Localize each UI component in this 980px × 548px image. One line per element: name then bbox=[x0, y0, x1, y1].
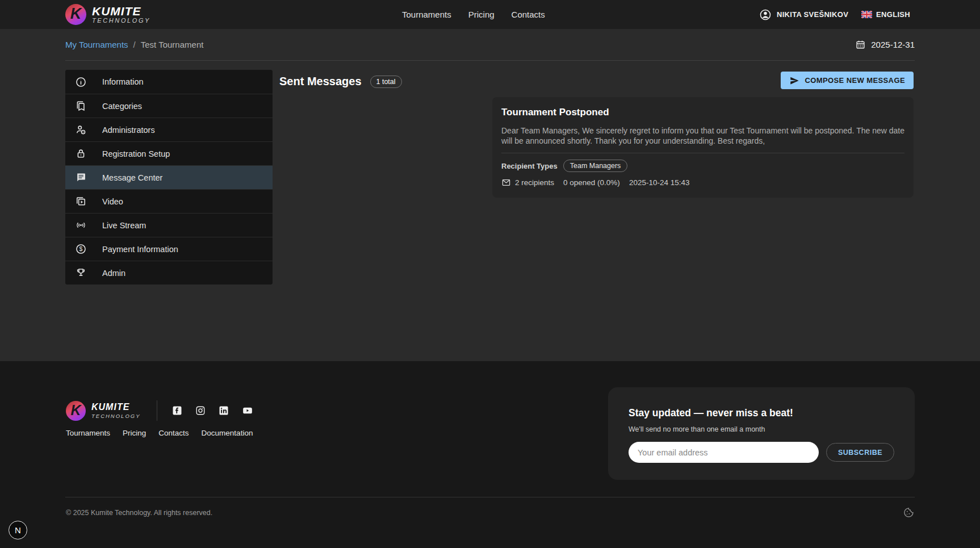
info-icon bbox=[75, 76, 87, 88]
footer-link-contacts[interactable]: Contacts bbox=[158, 429, 189, 437]
page-title: Sent Messages bbox=[279, 75, 362, 88]
trophy-icon bbox=[75, 267, 87, 279]
breadcrumb: My Tournaments / Test Tournament bbox=[65, 40, 203, 49]
sidebar-item-label: Information bbox=[102, 77, 144, 86]
instagram-icon[interactable] bbox=[195, 405, 206, 416]
kumite-logo-icon: K bbox=[66, 401, 86, 421]
user-name[interactable]: NIKITA SVEŠNIKOV bbox=[777, 10, 848, 19]
sidebar-item-label: Live Stream bbox=[102, 221, 146, 230]
main-section: Information Categories Administrators bbox=[65, 61, 915, 361]
total-messages-badge: 1 total bbox=[370, 76, 402, 88]
payment-icon: $ bbox=[75, 243, 87, 255]
footer-link-documentation[interactable]: Documentation bbox=[202, 429, 253, 437]
uk-flag-icon bbox=[861, 11, 872, 18]
top-navigation-bar: K KUMITE TECHNOLOGY Tournaments Pricing … bbox=[0, 0, 980, 29]
brand-logo[interactable]: K KUMITE TECHNOLOGY bbox=[65, 4, 150, 25]
opened-count: 0 opened (0.0%) bbox=[563, 178, 620, 187]
breadcrumb-separator: / bbox=[133, 40, 136, 49]
account-circle-icon[interactable] bbox=[759, 9, 772, 21]
breadcrumb-current: Test Tournament bbox=[141, 40, 204, 49]
newsletter-email-input[interactable] bbox=[629, 442, 819, 463]
main-nav: Tournaments Pricing Contacts bbox=[402, 0, 545, 29]
sent-timestamp: 2025-10-24 15:43 bbox=[629, 178, 690, 187]
newsletter-title: Stay updated — never miss a beat! bbox=[629, 407, 894, 419]
newsletter-subtitle: We'll send no more than one email a mont… bbox=[629, 425, 894, 433]
footer-divider bbox=[65, 497, 915, 497]
sidebar-item-payment-information[interactable]: $ Payment Information bbox=[65, 237, 273, 261]
sidebar-item-label: Categories bbox=[102, 102, 142, 111]
video-library-icon bbox=[75, 195, 87, 207]
sidebar-item-live-stream[interactable]: Live Stream bbox=[65, 213, 273, 237]
breadcrumb-row: My Tournaments / Test Tournament 2025-12… bbox=[0, 29, 980, 61]
footer-link-tournaments[interactable]: Tournaments bbox=[66, 429, 110, 437]
sidebar-item-label: Payment Information bbox=[102, 245, 178, 254]
sidebar-item-label: Video bbox=[102, 197, 123, 206]
sent-message-card[interactable]: Tournament Postponed Dear Team Managers,… bbox=[492, 97, 914, 198]
sidebar-item-message-center[interactable]: Message Center bbox=[65, 165, 273, 189]
copyright-text: © 2025 Kumite Technology. All rights res… bbox=[66, 509, 212, 517]
sidebar-item-administrators[interactable]: Administrators bbox=[65, 118, 273, 141]
categories-icon bbox=[75, 100, 87, 112]
linkedin-icon[interactable] bbox=[219, 405, 229, 416]
recipients-count: 2 recipients bbox=[501, 178, 554, 187]
svg-text:$: $ bbox=[79, 245, 83, 252]
tournament-date: 2025-12-31 bbox=[855, 39, 915, 50]
calendar-icon bbox=[855, 39, 866, 50]
send-icon bbox=[789, 76, 799, 86]
tournament-sidebar: Information Categories Administrators bbox=[65, 70, 273, 285]
kumite-logo-icon: K bbox=[65, 4, 86, 25]
floating-user-avatar[interactable]: N bbox=[9, 521, 27, 539]
breadcrumb-my-tournaments[interactable]: My Tournaments bbox=[65, 40, 128, 49]
language-selector[interactable]: ENGLISH bbox=[861, 10, 910, 19]
sidebar-item-label: Registration Setup bbox=[102, 149, 170, 158]
message-center-panel: Sent Messages 1 total COMPOSE NEW MESSAG… bbox=[279, 61, 915, 90]
sidebar-item-label: Message Center bbox=[102, 173, 162, 182]
message-title: Tournament Postponed bbox=[501, 107, 904, 118]
recipient-types-label: Recipient Types bbox=[501, 162, 558, 170]
sidebar-item-video[interactable]: Video bbox=[65, 189, 273, 213]
facebook-icon[interactable] bbox=[172, 405, 182, 416]
language-label: ENGLISH bbox=[876, 10, 910, 19]
sidebar-item-label: Admin bbox=[102, 269, 125, 278]
nav-pricing[interactable]: Pricing bbox=[468, 10, 495, 19]
newsletter-card: Stay updated — never miss a beat! We'll … bbox=[608, 387, 915, 480]
cookie-settings-icon[interactable] bbox=[903, 507, 915, 518]
sidebar-item-label: Administrators bbox=[102, 126, 155, 135]
card-divider bbox=[501, 153, 904, 153]
live-stream-icon bbox=[75, 219, 87, 231]
footer-link-pricing[interactable]: Pricing bbox=[123, 429, 146, 437]
brand-name: KUMITE bbox=[92, 6, 150, 17]
compose-new-message-button[interactable]: COMPOSE NEW MESSAGE bbox=[781, 72, 914, 89]
subscribe-button[interactable]: SUBSCRIBE bbox=[826, 443, 894, 462]
lock-icon bbox=[75, 148, 87, 160]
date-value: 2025-12-31 bbox=[871, 40, 915, 49]
sidebar-item-categories[interactable]: Categories bbox=[65, 94, 273, 118]
footer-nav: Tournaments Pricing Contacts Documentati… bbox=[66, 429, 253, 437]
nav-contacts[interactable]: Contacts bbox=[512, 10, 545, 19]
footer-brand-logo[interactable]: K KUMITE TECHNOLOGY bbox=[66, 401, 141, 421]
sidebar-item-admin[interactable]: Admin bbox=[65, 261, 273, 285]
envelope-icon bbox=[501, 178, 511, 187]
sidebar-item-registration-setup[interactable]: Registration Setup bbox=[65, 141, 273, 165]
youtube-icon[interactable] bbox=[242, 405, 252, 416]
recipient-chip-team-managers: Team Managers bbox=[563, 160, 628, 172]
brand-subtitle: TECHNOLOGY bbox=[92, 17, 150, 24]
footer-vertical-divider bbox=[157, 400, 157, 421]
message-body: Dear Team Managers, We sincerely regret … bbox=[501, 126, 904, 146]
administrators-icon bbox=[75, 124, 87, 136]
user-area: NIKITA SVEŠNIKOV ENGLISH bbox=[759, 0, 910, 29]
nav-tournaments[interactable]: Tournaments bbox=[402, 10, 451, 19]
footer: K KUMITE TECHNOLOGY bbox=[0, 361, 980, 548]
sidebar-item-information[interactable]: Information bbox=[65, 70, 273, 94]
social-links bbox=[172, 405, 252, 416]
chat-icon bbox=[75, 171, 87, 183]
